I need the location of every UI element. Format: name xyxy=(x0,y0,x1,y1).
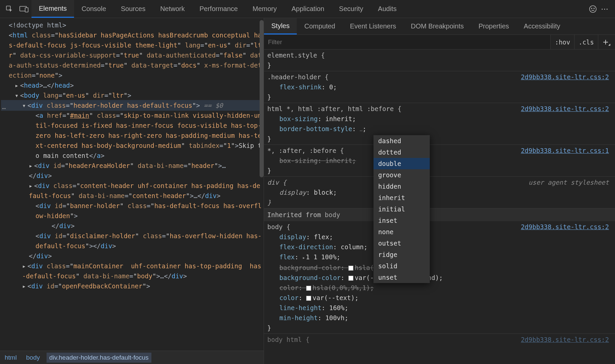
source-link[interactable]: 2d9bb338.site-ltr.css:2 xyxy=(521,222,609,232)
filter-bar: :hov .cls ◢ xyxy=(264,35,615,50)
autocomplete-item[interactable]: inherit xyxy=(373,192,430,203)
autocomplete-item[interactable]: unset xyxy=(373,272,430,283)
svg-point-5 xyxy=(594,8,595,9)
tab-elements[interactable]: Elements xyxy=(31,0,74,18)
autocomplete-item[interactable]: dashed xyxy=(373,135,430,147)
tab-application[interactable]: Application xyxy=(284,0,332,18)
toggle-cls-button[interactable]: .cls xyxy=(574,35,598,49)
sidebar-tab-accessibility[interactable]: Accessibility xyxy=(517,18,568,34)
autocomplete-item[interactable]: ridge xyxy=(373,249,430,260)
breadcrumb-item[interactable]: div.header-holder.has-default-focus xyxy=(47,353,151,363)
autocomplete-item[interactable]: none xyxy=(373,226,430,238)
filter-input[interactable] xyxy=(264,35,550,49)
source-link[interactable]: 2d9bb338.site-ltr.css:1 xyxy=(521,146,609,156)
feedback-smiley-icon[interactable] xyxy=(589,5,597,13)
autocomplete-item[interactable]: double xyxy=(373,158,430,169)
css-value-autocomplete[interactable]: dasheddotteddoublegroovehiddeninheritini… xyxy=(373,135,430,283)
svg-point-4 xyxy=(592,8,592,9)
source-link[interactable]: 2d9bb338.site-ltr.css:2 xyxy=(521,72,609,82)
elements-panel: …<!doctype html><html class="hasSidebar … xyxy=(0,18,264,364)
breadcrumb-item[interactable]: body xyxy=(23,353,43,363)
tab-network[interactable]: Network xyxy=(153,0,192,18)
svg-rect-2 xyxy=(25,8,28,12)
autocomplete-item[interactable]: solid xyxy=(373,260,430,272)
source-link[interactable]: 2d9bb338.site-ltr.css:2 xyxy=(521,335,609,345)
toggle-hov-button[interactable]: :hov xyxy=(550,35,574,49)
new-style-rule-button[interactable]: ◢ xyxy=(598,35,615,49)
breadcrumb-item[interactable]: html xyxy=(2,353,19,363)
styles-panel[interactable]: element.style {}2d9bb338.site-ltr.css:2.… xyxy=(264,50,615,364)
source-link[interactable]: 2d9bb338.site-ltr.css:2 xyxy=(521,104,609,114)
autocomplete-item[interactable]: dotted xyxy=(373,147,430,158)
tab-security[interactable]: Security xyxy=(332,0,370,18)
autocomplete-item[interactable]: hidden xyxy=(373,181,430,192)
tab-sources[interactable]: Sources xyxy=(114,0,153,18)
autocomplete-item[interactable]: initial xyxy=(373,203,430,215)
sidebar-tab-computed[interactable]: Computed xyxy=(297,18,342,34)
tab-audits[interactable]: Audits xyxy=(370,0,404,18)
device-toolbar-icon[interactable] xyxy=(17,0,31,18)
inspect-element-icon[interactable] xyxy=(2,0,17,18)
sidebar-tabs: StylesComputedEvent ListenersDOM Breakpo… xyxy=(264,18,615,35)
styles-sidebar: StylesComputedEvent ListenersDOM Breakpo… xyxy=(264,18,615,364)
main-tabs: ElementsConsoleSourcesNetworkPerformance… xyxy=(31,0,585,18)
breadcrumb: htmlbodydiv.header-holder.has-default-fo… xyxy=(0,351,264,364)
scrollbar-thumb[interactable] xyxy=(260,20,264,177)
autocomplete-item[interactable]: outset xyxy=(373,238,430,249)
sidebar-tab-dom-breakpoints[interactable]: DOM Breakpoints xyxy=(404,18,471,34)
dom-tree[interactable]: …<!doctype html><html class="hasSidebar … xyxy=(0,18,264,351)
sidebar-tab-styles[interactable]: Styles xyxy=(264,18,297,34)
devtools-toolbar: ElementsConsoleSourcesNetworkPerformance… xyxy=(0,0,615,18)
autocomplete-item[interactable]: groove xyxy=(373,169,430,181)
tab-performance[interactable]: Performance xyxy=(192,0,246,18)
more-menu-icon[interactable]: ⋯ xyxy=(601,5,609,13)
sidebar-tab-event-listeners[interactable]: Event Listeners xyxy=(343,18,404,34)
svg-point-3 xyxy=(590,6,596,12)
tab-memory[interactable]: Memory xyxy=(245,0,284,18)
sidebar-tab-properties[interactable]: Properties xyxy=(471,18,516,34)
tab-console[interactable]: Console xyxy=(74,0,113,18)
autocomplete-item[interactable]: inset xyxy=(373,215,430,226)
